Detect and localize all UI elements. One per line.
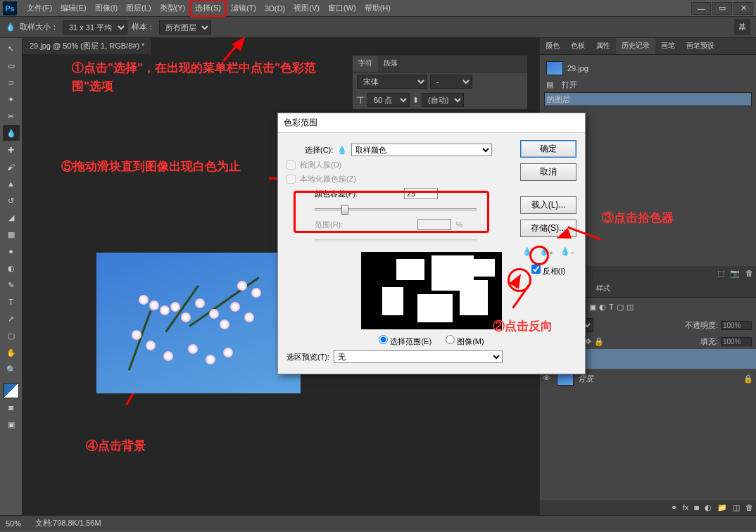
fill-input[interactable] [721, 337, 752, 346]
invert-check-label[interactable]: 反相(I) [531, 265, 565, 277]
sample-select[interactable]: 所有图层 [159, 20, 211, 34]
lock-all-icon[interactable]: 🔒 [594, 337, 604, 346]
adjustment-icon[interactable]: ◐ [705, 503, 712, 512]
snapshot-icon[interactable]: ⬚ [717, 269, 724, 278]
tool-heal[interactable]: ✚ [3, 142, 20, 158]
menu-3d[interactable]: 3D(D) [260, 2, 289, 15]
tab-swatches[interactable]: 色板 [565, 38, 591, 54]
tool-stamp[interactable]: ▲ [3, 176, 20, 191]
filter-smart-icon[interactable]: ◫ [626, 303, 634, 312]
zoom-level[interactable]: 50% [6, 519, 21, 528]
document-tab[interactable]: 29.jpg @ 50% (图层 1, RGB/8#) * [23, 38, 152, 54]
tool-brush[interactable]: 🖌 [3, 159, 20, 175]
radio-sel-input[interactable] [379, 335, 388, 344]
link-icon[interactable]: ⚭ [671, 503, 677, 512]
eyedropper-icon: 💧 [337, 146, 347, 155]
radio-image[interactable]: 图像(M) [446, 335, 484, 347]
menu-help[interactable]: 帮助(H) [360, 1, 395, 15]
tool-gradient[interactable]: ▦ [3, 227, 20, 242]
lock-icon: 🔒 [743, 374, 753, 384]
tool-screenmode[interactable]: ▣ [3, 417, 20, 432]
font-style-select[interactable]: - [430, 75, 472, 89]
filter-shape-icon[interactable]: ▢ [617, 303, 624, 312]
invert-checkbox[interactable] [531, 265, 541, 274]
tool-text[interactable]: T [3, 294, 20, 310]
history-step-layer[interactable]: 的图层 [544, 92, 752, 106]
ok-button[interactable]: 确定 [520, 140, 577, 158]
group-icon[interactable]: 📁 [717, 503, 727, 512]
tab-paragraph[interactable]: 段落 [378, 56, 403, 72]
tool-history-brush[interactable]: ↺ [3, 193, 20, 208]
tool-eyedropper[interactable]: 💧 [3, 125, 20, 141]
tab-brush[interactable]: 画笔 [655, 38, 681, 54]
document-image[interactable] [96, 253, 301, 393]
lock-pos-icon[interactable]: ✥ [585, 337, 591, 346]
tab-history[interactable]: 历史记录 [616, 38, 655, 54]
tab-paths[interactable]: 样式 [591, 281, 616, 297]
tool-marquee[interactable]: ▭ [3, 58, 20, 73]
tab-props[interactable]: 属性 [591, 38, 616, 54]
sample-size-select[interactable]: 31 x 31 平均 [63, 20, 127, 34]
history-step-open[interactable]: ▤ 打开 [544, 77, 752, 92]
tool-move[interactable]: ↖ [3, 41, 20, 56]
tool-path[interactable]: ↗ [3, 311, 20, 327]
filter-text-icon[interactable]: T [609, 303, 614, 311]
filter-adjust-icon[interactable]: ◐ [599, 303, 606, 312]
menu-select[interactable]: 选择(S) [189, 0, 227, 17]
select-dropdown[interactable]: 取样颜色 [351, 144, 492, 156]
eyedropper-sub-tool[interactable]: 💧₋ [560, 247, 574, 256]
tool-zoom[interactable]: 🔍 [3, 362, 20, 377]
radio-img-input[interactable] [446, 335, 455, 344]
tool-lasso[interactable]: ⊃ [3, 75, 20, 90]
mask-icon[interactable]: ◙ [694, 503, 699, 512]
tool-dodge[interactable]: ◐ [3, 260, 20, 276]
tool-shape[interactable]: ▢ [3, 328, 20, 343]
menu-window[interactable]: 窗口(W) [324, 1, 360, 15]
load-button[interactable]: 载入(L)... [520, 196, 577, 214]
tool-quickmask[interactable]: ◙ [3, 400, 20, 415]
camera-icon[interactable]: 📷 [730, 269, 740, 278]
cancel-button[interactable]: 取消 [520, 163, 577, 181]
menu-file[interactable]: 文件(F) [23, 1, 56, 15]
tool-pen[interactable]: ✎ [3, 277, 20, 293]
tab-color[interactable]: 颜色 [540, 38, 565, 54]
font-select[interactable]: 宋体 [357, 75, 427, 89]
radio-selection[interactable]: 选择范围(E) [379, 335, 431, 347]
menu-view[interactable]: 视图(V) [289, 1, 324, 15]
maximize-button[interactable]: ▭ [712, 2, 732, 15]
tool-crop[interactable]: ✂ [3, 108, 20, 124]
tool-eraser[interactable]: ◢ [3, 210, 20, 225]
tab-character[interactable]: 字符 [353, 56, 378, 72]
new-layer-icon[interactable]: ◫ [733, 503, 740, 512]
color-swatch[interactable] [4, 383, 19, 398]
visibility-icon[interactable]: 👁 [543, 374, 553, 384]
history-doc[interactable]: 29.jpg [544, 59, 752, 77]
opacity-input[interactable] [721, 321, 752, 330]
essentials-tab[interactable]: 基 [734, 19, 750, 35]
menu-type[interactable]: 类型(Y) [156, 1, 190, 15]
select-label: 选择(C): [305, 145, 333, 156]
menu-image[interactable]: 图像(I) [91, 1, 122, 15]
size-select[interactable]: 60 点 [367, 93, 410, 107]
leading-select[interactable]: (自动) [422, 93, 464, 107]
tab-presets[interactable]: 画笔预设 [681, 38, 720, 54]
history-sel-label: 的图层 [547, 94, 570, 105]
menu-filter[interactable]: 滤镜(T) [227, 1, 260, 15]
menu-layer[interactable]: 图层(L) [122, 1, 155, 15]
options-bar: 💧 取样大小： 31 x 31 平均 样本： 所有图层 基 [0, 17, 756, 38]
fx-icon[interactable]: fx [683, 503, 689, 512]
minimize-button[interactable]: — [691, 2, 711, 15]
tool-wand[interactable]: ✦ [3, 91, 20, 107]
tool-hand[interactable]: ✋ [3, 345, 20, 360]
dialog-title: 色彩范围 [278, 113, 585, 133]
trash-icon[interactable]: 🗑 [745, 269, 753, 278]
preview-dropdown[interactable]: 无 [334, 350, 503, 363]
menu-edit[interactable]: 编辑(E) [56, 1, 91, 15]
filter-image-icon[interactable]: ▣ [589, 303, 596, 312]
sample-label: 样本： [132, 22, 155, 32]
window-controls: — ▭ ✕ [691, 2, 753, 15]
tool-blur[interactable]: ● [3, 243, 20, 259]
delete-icon[interactable]: 🗑 [745, 503, 753, 512]
opacity-label: 不透明度: [685, 320, 718, 331]
close-button[interactable]: ✕ [733, 2, 753, 15]
